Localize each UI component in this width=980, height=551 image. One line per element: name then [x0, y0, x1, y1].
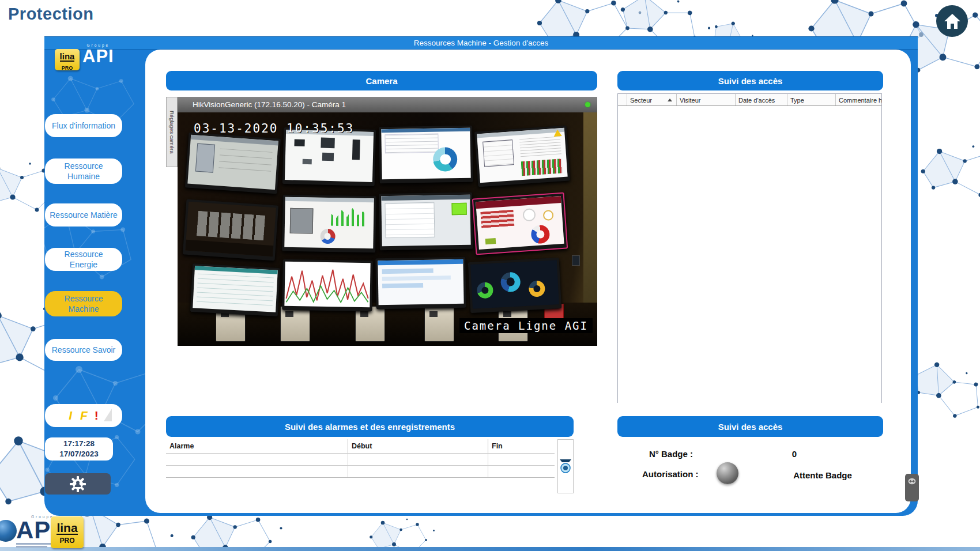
- settings-button[interactable]: [45, 473, 111, 495]
- monitor: [190, 263, 280, 316]
- window-title: Ressources Machine - Gestion d'acces: [414, 39, 549, 47]
- column-label: Alarme: [169, 442, 194, 450]
- badge-number-label: N° Badge :: [649, 449, 693, 459]
- monitor: [282, 259, 373, 312]
- column-label: Commentaire his...: [839, 97, 881, 104]
- monitor: [474, 126, 570, 187]
- sidebar-item-label: Ressource Savoir: [52, 345, 116, 355]
- camera-settings-tab-label: Réglages caméra: [169, 111, 175, 153]
- badge-status-text: Attente Badge: [785, 470, 860, 480]
- protection-screen: Protection Ressources Machine - Gestion …: [0, 0, 980, 551]
- page-title: Protection: [8, 5, 93, 24]
- clock-date: 17/07/2023: [59, 449, 99, 459]
- sidebar-item-label: Ressource Humaine: [50, 161, 118, 182]
- sort-asc-icon: [668, 99, 672, 101]
- camera-timestamp-overlay: 03-13-2020 10:35:53: [194, 122, 354, 135]
- camera-status-dot-icon: [585, 102, 590, 107]
- lina-footer-text: lina: [56, 522, 77, 535]
- access-log-table-body: [618, 106, 881, 403]
- sidebar-item-label: Ressource Matière: [50, 210, 118, 220]
- column-label: Visiteur: [680, 97, 700, 104]
- alarms-col-fin[interactable]: Fin: [488, 439, 555, 453]
- api-footer-tagline: [16, 546, 47, 548]
- monitor: [183, 199, 278, 261]
- alarms-empty-cell: [348, 453, 488, 465]
- home-button[interactable]: [936, 5, 968, 37]
- remote-tab-icon: [908, 477, 916, 485]
- column-label: Secteur: [630, 97, 652, 104]
- lina-logo-text: lina: [60, 52, 75, 62]
- alarms-col-alarme[interactable]: Alarme: [166, 439, 348, 453]
- column-label: Date d'accès: [738, 97, 775, 104]
- monitor: [282, 127, 376, 186]
- sidebar-item-ressource-machine[interactable]: Ressource Machine: [45, 291, 122, 316]
- access-log-panel-title: Suivi des accès: [718, 76, 783, 86]
- monitor: [468, 258, 561, 313]
- monitor: [185, 133, 281, 194]
- access-log-col-visiteur[interactable]: Visiteur: [677, 94, 736, 105]
- window-title-bar: Ressources Machine - Gestion d'acces: [44, 36, 918, 50]
- monitor: [375, 257, 466, 310]
- camera-feed: 03-13-2020 10:35:53 Camera Ligne AGI: [178, 112, 597, 346]
- alarms-panel-title: Suivi des alarmes et des enregistrements: [285, 422, 455, 432]
- monitor: [379, 126, 473, 184]
- alarms-empty-cell: [166, 453, 348, 465]
- column-label: Début: [352, 442, 372, 450]
- column-label: Fin: [492, 442, 503, 450]
- sidebar-item-label: Ressource Machine: [50, 293, 118, 314]
- lina-footer-sub: PRO: [59, 537, 74, 545]
- api-group-logo: Groupe API: [82, 43, 114, 65]
- access-log-col-commentaire[interactable]: Commentaire his...: [836, 94, 881, 105]
- gear-icon: [70, 476, 86, 492]
- alarms-table: Alarme Début Fin: [166, 439, 555, 478]
- monitor: [282, 195, 376, 253]
- alarms-empty-cell: [348, 465, 488, 477]
- alarms-panel-header: Suivi des alarmes et des enregistrements: [166, 416, 574, 437]
- badge-panel-header: Suivi des accès: [617, 416, 883, 437]
- access-log-col-secteur[interactable]: Secteur: [627, 94, 677, 105]
- lina-pro-footer-logo: lina PRO: [51, 516, 84, 548]
- alarms-empty-cell: [166, 465, 348, 477]
- authorization-label: Autorisation :: [642, 469, 699, 479]
- sidebar-item-ressource-humaine[interactable]: Ressource Humaine: [45, 158, 122, 184]
- alarms-empty-cell: [488, 465, 555, 477]
- lina-pro-logo: lina PRO: [55, 49, 80, 70]
- access-log-col-type[interactable]: Type: [787, 94, 836, 105]
- footer-strip: [0, 547, 980, 551]
- sidebar-item-ressource-matiere[interactable]: Ressource Matière: [45, 203, 122, 227]
- monitor: [472, 193, 568, 255]
- access-log-col-date[interactable]: Date d'accès: [736, 94, 787, 105]
- sidebar-item-label: Flux d'information: [52, 120, 115, 131]
- camera-settings-tab[interactable]: Réglages caméra: [166, 97, 178, 167]
- home-icon: [944, 13, 961, 29]
- alarms-empty-cell: [488, 453, 555, 465]
- sidebar-item-ressource-savoir[interactable]: Ressource Savoir: [45, 339, 122, 361]
- if-logo-triangle: [104, 409, 112, 421]
- if-logo: I F !: [45, 404, 122, 427]
- access-log-col-spacer: [618, 94, 627, 105]
- camera-panel-header: Camera: [166, 71, 597, 90]
- camera-panel-title: Camera: [365, 76, 397, 86]
- camera-caption-overlay: Camera Ligne AGI: [459, 318, 593, 333]
- lina-logo-sub: PRO: [62, 65, 73, 71]
- camera-feed-titlebar: HikVisionGeneric (172.16.50.20) - Caméra…: [178, 97, 597, 112]
- api-logo-text: API: [82, 46, 114, 66]
- sidebar-item-ressource-energie[interactable]: Ressource Energie: [45, 248, 122, 271]
- api-logo-sup: Groupe: [82, 43, 114, 47]
- access-log-table: Secteur Visiteur Date d'accès Type Comme…: [617, 93, 882, 403]
- camera-feed-title: HikVisionGeneric (172.16.50.20) - Caméra…: [193, 100, 346, 109]
- wall-device: [572, 255, 580, 266]
- badge-panel-title: Suivi des accès: [718, 422, 783, 432]
- alarms-col-debut[interactable]: Début: [348, 439, 488, 453]
- column-label: Type: [790, 97, 804, 104]
- clock: 17:17:28 17/07/2023: [45, 437, 113, 461]
- alarm-camera-strip: [557, 439, 574, 493]
- monitor: [379, 193, 473, 251]
- clock-time: 17:17:28: [63, 439, 95, 449]
- camera-dome-icon[interactable]: [560, 459, 571, 474]
- access-log-panel-header: Suivi des accès: [617, 71, 883, 90]
- sidebar-item-label: Ressource Energie: [50, 249, 118, 270]
- sidebar-item-flux-information[interactable]: Flux d'information: [45, 114, 122, 137]
- if-logo-text: I F: [69, 409, 90, 422]
- remote-support-tab[interactable]: [905, 474, 919, 501]
